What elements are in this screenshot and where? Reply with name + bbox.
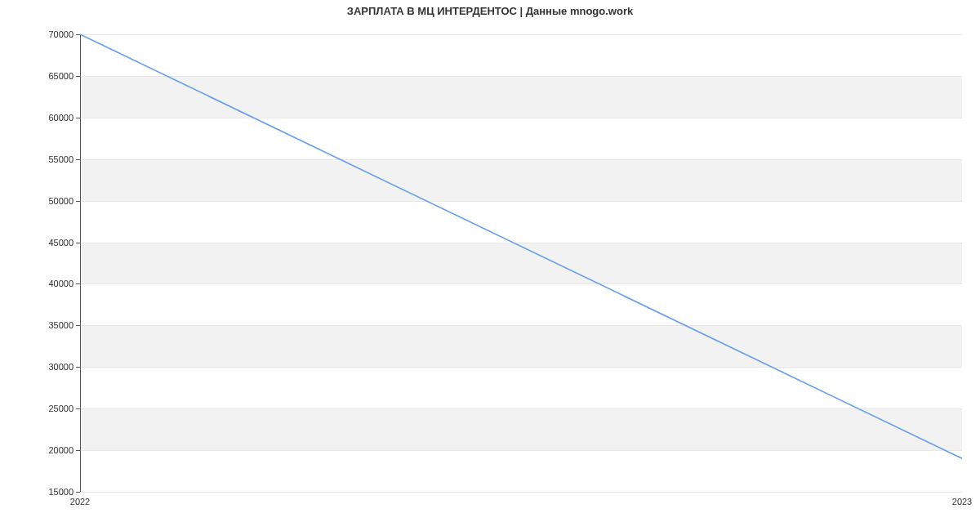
y-tick-label: 70000 xyxy=(48,29,74,39)
gridline xyxy=(80,492,962,493)
y-tick-label: 50000 xyxy=(48,196,74,206)
plot-area xyxy=(80,34,962,492)
y-tick-label: 65000 xyxy=(48,71,74,81)
y-tick-label: 30000 xyxy=(48,362,74,372)
y-tick-label: 15000 xyxy=(48,487,74,497)
y-tick-label: 40000 xyxy=(48,279,74,288)
y-tick-label: 60000 xyxy=(48,113,74,123)
y-tick-label: 25000 xyxy=(48,404,74,413)
y-tick-label: 45000 xyxy=(48,238,74,248)
x-tick-label: 2023 xyxy=(952,497,972,506)
chart-title: ЗАРПЛАТА В МЦ ИНТЕРДЕНТОС | Данные mnogo… xyxy=(0,5,980,17)
y-tick xyxy=(76,492,80,493)
y-tick-label: 20000 xyxy=(48,445,74,455)
line-series xyxy=(80,34,962,492)
chart-container: ЗАРПЛАТА В МЦ ИНТЕРДЕНТОС | Данные mnogo… xyxy=(0,0,980,531)
x-tick-label: 2022 xyxy=(70,497,90,506)
y-tick-label: 55000 xyxy=(48,154,74,164)
y-tick-label: 35000 xyxy=(48,320,74,330)
series-line xyxy=(80,34,962,458)
